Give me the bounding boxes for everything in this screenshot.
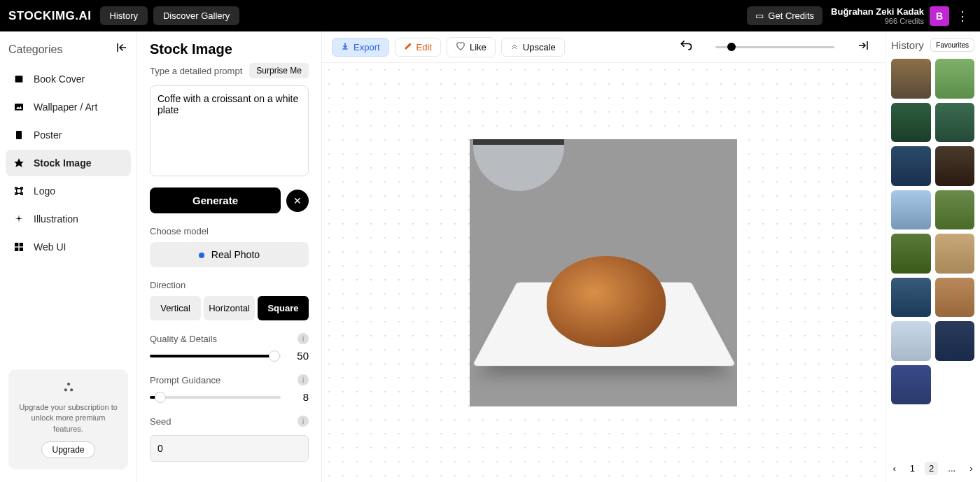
history-thumb[interactable] — [891, 59, 931, 99]
history-thumb[interactable] — [935, 103, 975, 143]
info-icon[interactable]: i — [298, 333, 309, 344]
collapse-sidebar-icon[interactable] — [115, 41, 128, 57]
seed-input[interactable] — [150, 435, 309, 462]
user-name: Buğrahan Zeki Kadak — [831, 6, 924, 17]
guidance-slider[interactable] — [150, 396, 281, 399]
model-selector[interactable]: Real Photo — [150, 242, 309, 267]
svg-marker-6 — [14, 158, 23, 167]
pager-page-2[interactable]: 2 — [925, 462, 938, 475]
like-button[interactable]: Like — [447, 37, 496, 57]
canvas-panel: Export Edit Like Upscale — [322, 31, 886, 482]
edit-button[interactable]: Edit — [395, 38, 441, 57]
category-label: Poster — [34, 129, 62, 141]
book-icon — [13, 73, 25, 85]
kebab-menu-icon[interactable]: ⋮ — [953, 8, 972, 24]
history-nav-button[interactable]: History — [100, 6, 148, 25]
category-label: Illustration — [34, 213, 78, 225]
heart-icon — [456, 41, 465, 53]
pager-page-1[interactable]: 1 — [906, 462, 919, 475]
upgrade-button[interactable]: Upgrade — [41, 441, 94, 458]
history-thumb[interactable] — [935, 278, 975, 318]
history-thumb[interactable] — [935, 321, 975, 361]
canvas-toolbar: Export Edit Like Upscale — [322, 31, 885, 63]
generated-image[interactable] — [470, 139, 737, 406]
generate-button[interactable]: Generate — [150, 187, 281, 213]
category-stock-image[interactable]: Stock Image — [6, 150, 131, 176]
category-label: Logo — [34, 185, 55, 197]
category-logo[interactable]: Logo — [6, 178, 131, 204]
history-thumb[interactable] — [891, 321, 931, 361]
svg-rect-3 — [15, 104, 23, 110]
direction-label: Direction — [150, 280, 309, 290]
direction-horizontal[interactable]: Horizontal — [204, 296, 255, 320]
direction-vertical[interactable]: Vertical — [150, 296, 201, 320]
seed-label: Seed — [150, 416, 171, 427]
credits-count: 966 Credits — [831, 17, 924, 25]
info-icon[interactable]: i — [298, 416, 309, 427]
category-book-cover[interactable]: Book Cover — [6, 66, 131, 92]
get-credits-button[interactable]: ▭ Get Credits — [747, 6, 822, 25]
upgrade-dots-icon — [17, 381, 120, 397]
svg-point-19 — [70, 388, 73, 391]
undo-button[interactable] — [673, 38, 699, 56]
prompt-textarea[interactable] — [150, 85, 309, 176]
card-icon: ▭ — [755, 10, 764, 21]
zoom-slider[interactable] — [715, 46, 834, 48]
history-thumb[interactable] — [891, 234, 931, 274]
quality-label: Quality & Details — [150, 334, 217, 344]
category-illustration[interactable]: Illustration — [6, 206, 131, 232]
svg-rect-2 — [15, 76, 23, 82]
guidance-label: Prompt Guidance — [150, 375, 220, 385]
download-icon — [341, 42, 349, 52]
category-wallpaper[interactable]: Wallpaper / Art — [6, 94, 131, 120]
categories-title: Categories — [8, 43, 62, 56]
canvas-area[interactable] — [322, 63, 885, 482]
history-thumb[interactable] — [891, 278, 931, 318]
category-label: Book Cover — [34, 73, 85, 85]
image-icon — [13, 101, 25, 113]
svg-point-18 — [64, 388, 66, 391]
direction-square[interactable]: Square — [258, 296, 309, 320]
go-to-end-icon[interactable] — [851, 39, 875, 55]
svg-rect-15 — [15, 248, 18, 251]
svg-marker-12 — [15, 215, 23, 222]
avatar[interactable]: B — [930, 6, 949, 26]
pencil-icon — [404, 42, 412, 52]
category-label: Stock Image — [34, 157, 91, 169]
history-thumb[interactable] — [935, 234, 975, 274]
upgrade-text: Upgrade your subscription to unlock more… — [17, 402, 120, 434]
upscale-label: Upscale — [523, 42, 556, 52]
quality-slider[interactable] — [150, 355, 281, 357]
settings-panel: Stock Image Type a detailed prompt Surpr… — [136, 31, 322, 482]
history-thumb[interactable] — [891, 103, 931, 143]
surprise-me-button[interactable]: Surprise Me — [249, 63, 309, 78]
model-name: Real Photo — [211, 249, 260, 260]
history-thumb[interactable] — [935, 146, 975, 186]
app-logo[interactable]: STOCKIMG.AI — [8, 9, 92, 23]
export-button[interactable]: Export — [332, 38, 389, 57]
category-label: Web UI — [34, 241, 66, 253]
history-thumb[interactable] — [891, 365, 931, 405]
history-pager: ‹ 1 2 ... › — [891, 455, 974, 475]
category-web-ui[interactable]: Web UI — [6, 234, 131, 260]
category-poster[interactable]: Poster — [6, 122, 131, 148]
history-thumb[interactable] — [891, 146, 931, 186]
history-thumb[interactable] — [891, 190, 931, 230]
discover-gallery-button[interactable]: Discover Gallery — [153, 6, 239, 25]
category-label: Wallpaper / Art — [34, 101, 97, 113]
pager-prev[interactable]: ‹ — [889, 462, 900, 475]
svg-point-17 — [66, 383, 69, 385]
history-thumb[interactable] — [935, 59, 975, 99]
poster-icon — [13, 129, 25, 141]
pager-more[interactable]: ... — [944, 462, 960, 475]
model-active-dot-icon — [199, 253, 204, 258]
clear-prompt-button[interactable]: ✕ — [286, 190, 309, 212]
history-thumb[interactable] — [935, 190, 975, 230]
info-icon[interactable]: i — [298, 374, 309, 385]
upscale-button[interactable]: Upscale — [501, 38, 565, 57]
pager-next[interactable]: › — [965, 462, 976, 475]
favourites-button[interactable]: Favourites — [930, 38, 974, 52]
grid-icon — [13, 241, 25, 253]
svg-marker-22 — [405, 43, 411, 49]
like-label: Like — [470, 42, 486, 52]
